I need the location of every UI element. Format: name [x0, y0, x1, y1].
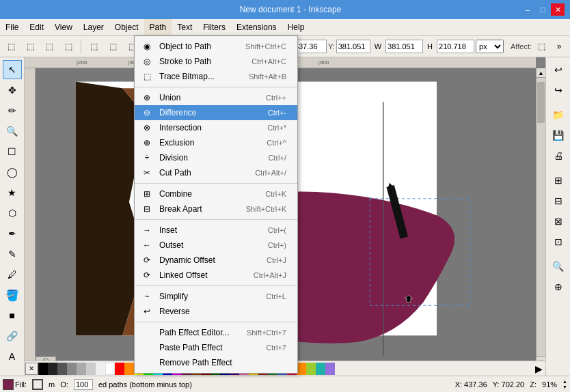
- zoom-in-btn[interactable]: 🔍: [549, 257, 568, 276]
- color-swatch-1[interactable]: [48, 363, 57, 375]
- menu-break-apart[interactable]: ⊟ Break Apart Shift+Ctrl+K: [135, 201, 297, 216]
- redo-btn[interactable]: ↪: [549, 81, 568, 100]
- menu-edit[interactable]: Edit: [24, 19, 49, 35]
- color-swatch-darkorange[interactable]: [297, 363, 306, 375]
- menu-union[interactable]: ⊕ Union Ctrl++: [135, 90, 297, 105]
- affect-btn[interactable]: ⬚: [533, 38, 549, 55]
- scroll-up-btn[interactable]: ▲: [537, 68, 545, 78]
- tweak-tool[interactable]: ✏: [3, 101, 22, 120]
- ellipse-tool[interactable]: ◯: [3, 163, 22, 182]
- menu-linked-offset[interactable]: ⟳ Linked Offset Ctrl+Alt+J: [135, 268, 297, 283]
- menu-difference[interactable]: ⊖ Difference Ctrl+-: [135, 105, 297, 120]
- menu-file[interactable]: File: [0, 19, 24, 35]
- color-swatch-3[interactable]: [67, 363, 77, 375]
- close-button[interactable]: ✕: [551, 3, 565, 16]
- color-swatch-black[interactable]: [38, 363, 48, 375]
- scrollbar-vertical[interactable]: ▲ ▼: [536, 68, 545, 366]
- toolbar-btn-1[interactable]: ⬚: [3, 38, 19, 55]
- print-btn[interactable]: 🖨: [549, 146, 568, 165]
- scroll-thumb-v[interactable]: [537, 82, 545, 123]
- menu-object[interactable]: Object: [109, 19, 144, 35]
- menu-division[interactable]: ÷ Division Ctrl+/: [135, 150, 297, 165]
- undo-btn[interactable]: ↩: [549, 60, 568, 79]
- menu-dynamic-offset[interactable]: ⟳ Dynamic Offset Ctrl+J: [135, 253, 297, 268]
- menu-filters[interactable]: Filters: [198, 19, 231, 35]
- menu-extensions[interactable]: Extensions: [231, 19, 282, 35]
- bucket-tool[interactable]: 🪣: [3, 285, 22, 305]
- toolbar-btn-4[interactable]: ⬚: [60, 38, 77, 55]
- color-swatch-2[interactable]: [57, 363, 67, 375]
- toolbar-btn-3[interactable]: ⬚: [41, 38, 57, 55]
- menu-intersection[interactable]: ⊗ Intersection Ctrl+*: [135, 120, 297, 135]
- 3d-box-tool[interactable]: ⬡: [3, 204, 22, 223]
- snap-btn[interactable]: ⊞: [549, 171, 568, 190]
- menu-help[interactable]: Help: [282, 19, 310, 35]
- menu-stroke-to-path[interactable]: ◎ Stroke to Path Ctrl+Alt+C: [135, 54, 297, 69]
- toolbar-btn-6[interactable]: ⬚: [105, 38, 121, 55]
- stroke-color-box[interactable]: [32, 379, 43, 390]
- node-tool[interactable]: ✥: [3, 81, 22, 100]
- color-swatch-lightseagreen[interactable]: [316, 363, 325, 375]
- menu-remove-path-effect[interactable]: Remove Path Effect: [135, 355, 297, 370]
- window-title: New document 1 - Inkscape: [60, 5, 521, 14]
- reverse-icon: ↩: [140, 305, 154, 318]
- menu-object-to-path[interactable]: ◉ Object to Path Shift+Ctrl+C: [135, 39, 297, 54]
- pencil-tool[interactable]: ✎: [3, 244, 22, 264]
- fill-color-box[interactable]: [3, 379, 14, 390]
- menu-trace-bitmap[interactable]: ⬚ Trace Bitmap... Shift+Alt+B: [135, 69, 297, 84]
- menu-text[interactable]: Text: [172, 19, 198, 35]
- color-swatch-mediumpurple[interactable]: [325, 363, 335, 375]
- color-swatch-white[interactable]: [105, 363, 115, 375]
- menu-outset[interactable]: ← Outset Ctrl+): [135, 238, 297, 253]
- toolbar-btn-2[interactable]: ⬚: [22, 38, 38, 55]
- y-input[interactable]: [336, 40, 370, 53]
- snap-node-btn[interactable]: ⊟: [549, 191, 568, 210]
- combine-icon: ⊞: [140, 187, 154, 201]
- no-color-swatch[interactable]: ✕: [25, 363, 38, 375]
- color-swatch-orange[interactable]: [124, 363, 134, 375]
- zoom-up[interactable]: ▲: [562, 379, 567, 384]
- toolbar-btn-5[interactable]: ⬚: [85, 38, 102, 55]
- menu-exclusion[interactable]: ⊕ Exclusion Ctrl+^: [135, 135, 297, 150]
- star-tool[interactable]: ★: [3, 183, 22, 202]
- save-btn[interactable]: 💾: [549, 126, 568, 145]
- menu-combine[interactable]: ⊞ Combine Ctrl+K: [135, 186, 297, 201]
- maximize-button[interactable]: □: [536, 3, 549, 16]
- palette-scroll-right[interactable]: ▶: [532, 363, 545, 374]
- menu-separator-1: [135, 87, 297, 87]
- menu-path-effect-editor[interactable]: Path Effect Editor... Shift+Ctrl+7: [135, 325, 297, 340]
- zoom-down[interactable]: ▼: [562, 384, 567, 390]
- snap-bbox-btn[interactable]: ⊠: [549, 212, 568, 231]
- zoom-spinner[interactable]: ▲ ▼: [562, 379, 567, 390]
- pen-tool[interactable]: ✒: [3, 224, 22, 243]
- rect-tool[interactable]: ☐: [3, 142, 22, 161]
- color-swatch-yellowgreen[interactable]: [306, 363, 316, 375]
- minimize-button[interactable]: –: [521, 3, 534, 16]
- menu-path[interactable]: Path: [144, 19, 172, 35]
- text-tool-left[interactable]: A: [3, 347, 22, 366]
- connector-tool[interactable]: 🔗: [3, 326, 22, 346]
- calligraphy-tool[interactable]: 🖊: [3, 265, 22, 284]
- select-tool[interactable]: ↖: [3, 60, 22, 79]
- menu-inset[interactable]: → Inset Ctrl+(: [135, 223, 297, 238]
- menu-layer[interactable]: Layer: [78, 19, 109, 35]
- gradient-tool[interactable]: ■: [3, 306, 22, 325]
- menu-paste-path-effect[interactable]: Paste Path Effect Ctrl+7: [135, 340, 297, 355]
- menu-view[interactable]: View: [49, 19, 78, 35]
- color-swatch-6[interactable]: [96, 363, 105, 375]
- menu-simplify[interactable]: ~ Simplify Ctrl+L: [135, 289, 297, 304]
- zoom-tool-left[interactable]: 🔍: [3, 122, 22, 141]
- snap-other-btn[interactable]: ⊡: [549, 232, 568, 251]
- more-btn[interactable]: »: [551, 38, 567, 55]
- menu-reverse[interactable]: ↩ Reverse: [135, 304, 297, 319]
- unit-select[interactable]: pxmmin: [476, 40, 504, 53]
- w-input[interactable]: [385, 40, 423, 53]
- color-swatch-5[interactable]: [86, 363, 96, 375]
- right-extra-btn[interactable]: ⊕: [549, 277, 568, 296]
- menu-cut-path[interactable]: ✂ Cut Path Ctrl+Alt+/: [135, 165, 297, 180]
- opacity-input[interactable]: [74, 379, 93, 390]
- color-swatch-4[interactable]: [77, 363, 86, 375]
- open-file-btn[interactable]: 📁: [549, 105, 568, 124]
- h-input[interactable]: [437, 40, 474, 53]
- color-swatch-red[interactable]: [115, 363, 124, 375]
